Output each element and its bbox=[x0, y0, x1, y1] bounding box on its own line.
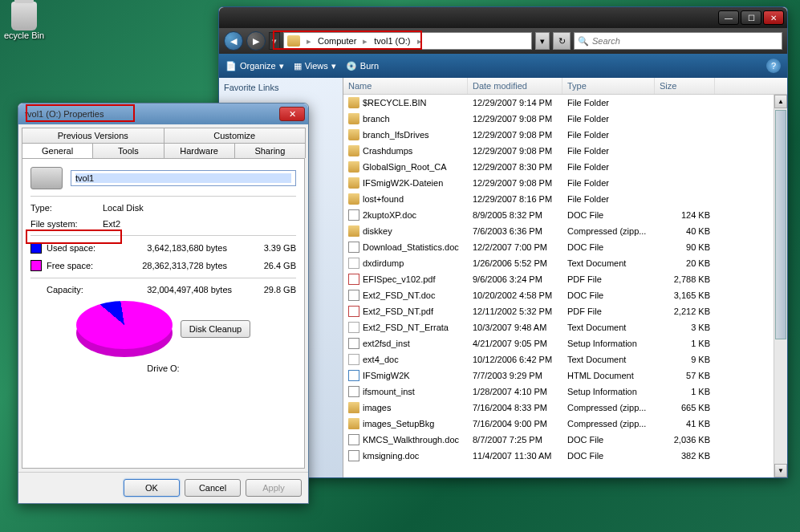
txt-icon bbox=[348, 322, 359, 333]
help-button[interactable]: ? bbox=[766, 59, 781, 73]
tab-sharing[interactable]: Sharing bbox=[234, 143, 306, 158]
html-icon bbox=[348, 370, 359, 381]
file-row[interactable]: diskkey7/6/2003 6:36 PMCompressed (zipp.… bbox=[343, 223, 774, 239]
file-row[interactable]: branch12/29/2007 9:08 PMFile Folder bbox=[343, 111, 774, 127]
file-row[interactable]: ifsmount_inst1/28/2007 4:10 PMSetup Info… bbox=[343, 384, 774, 400]
type-label: Type: bbox=[30, 203, 103, 213]
file-row[interactable]: images7/16/2004 8:33 PMCompressed (zipp.… bbox=[343, 400, 774, 416]
views-button[interactable]: ▦ Views ▾ bbox=[294, 61, 336, 71]
tab-customize[interactable]: Customize bbox=[164, 128, 307, 143]
file-row[interactable]: Ext2_FSD_NT_Errata10/3/2007 9:48 AMText … bbox=[343, 319, 774, 335]
col-type[interactable]: Type bbox=[562, 78, 655, 94]
file-size: 3 KB bbox=[655, 322, 715, 333]
file-row[interactable]: branch_IfsDrives12/29/2007 9:08 PMFile F… bbox=[343, 127, 774, 143]
file-size: 90 KB bbox=[655, 242, 715, 253]
file-row[interactable]: lost+found12/29/2007 8:16 PMFile Folder bbox=[343, 191, 774, 207]
file-size: 2,036 KB bbox=[655, 434, 715, 445]
file-type: File Folder bbox=[562, 193, 655, 205]
search-input[interactable] bbox=[592, 36, 778, 46]
vertical-scrollbar[interactable]: ▲ ▼ bbox=[774, 95, 787, 477]
recycle-bin-desktop-icon[interactable]: ecycle Bin bbox=[0, 2, 48, 40]
file-row[interactable]: KMCS_Walkthrough.doc8/7/2007 7:25 PMDOC … bbox=[343, 432, 774, 448]
recycle-bin-label: ecycle Bin bbox=[4, 30, 44, 40]
column-headers: Name Date modified Type Size bbox=[343, 78, 787, 95]
drive-caption: Drive O: bbox=[30, 363, 296, 373]
file-name: diskkey bbox=[363, 226, 392, 236]
file-row[interactable]: 2kuptoXP.doc8/9/2005 8:32 PMDOC File124 … bbox=[343, 207, 774, 223]
doc-icon bbox=[348, 290, 359, 301]
file-list[interactable]: $RECYCLE.BIN12/29/2007 9:14 PMFile Folde… bbox=[343, 95, 774, 477]
file-row[interactable]: images_SetupBkg7/16/2004 9:00 PMCompress… bbox=[343, 416, 774, 432]
file-size: 2,212 KB bbox=[655, 306, 715, 317]
crumb-computer[interactable]: Computer bbox=[318, 36, 356, 46]
scroll-down-button[interactable]: ▼ bbox=[774, 464, 787, 477]
file-row[interactable]: Download_Statistics.doc12/2/2007 7:00 PM… bbox=[343, 239, 774, 255]
file-row[interactable]: $RECYCLE.BIN12/29/2007 9:14 PMFile Folde… bbox=[343, 95, 774, 111]
file-row[interactable]: Ext2_FSD_NT.doc10/20/2002 4:58 PMDOC Fil… bbox=[343, 287, 774, 303]
disk-cleanup-button[interactable]: Disk Cleanup bbox=[181, 320, 250, 338]
back-button[interactable]: ◀ bbox=[224, 31, 243, 51]
file-row[interactable]: ext4_doc10/12/2006 6:42 PMText Document9… bbox=[343, 351, 774, 368]
tab-tools[interactable]: Tools bbox=[92, 143, 164, 158]
refresh-button[interactable]: ↻ bbox=[553, 32, 571, 50]
drive-name-field[interactable] bbox=[71, 170, 296, 186]
properties-close-button[interactable]: ✕ bbox=[279, 107, 305, 121]
file-name: $RECYCLE.BIN bbox=[363, 98, 426, 108]
chevron-down-icon: ▾ bbox=[279, 61, 284, 71]
file-row[interactable]: GlobalSign_Root_CA12/29/2007 8:30 PMFile… bbox=[343, 159, 774, 175]
tab-previous-versions[interactable]: Previous Versions bbox=[22, 128, 164, 143]
file-size: 665 KB bbox=[655, 402, 715, 413]
file-name: Download_Statistics.doc bbox=[363, 242, 459, 252]
general-tab-body: Type: Local Disk File system: Ext2 Used … bbox=[22, 158, 305, 469]
file-type: Text Document bbox=[562, 354, 655, 365]
col-date[interactable]: Date modified bbox=[468, 78, 562, 94]
file-size: 9 KB bbox=[655, 354, 715, 365]
col-size[interactable]: Size bbox=[655, 78, 715, 94]
ok-button[interactable]: OK bbox=[124, 479, 180, 497]
apply-button[interactable]: Apply bbox=[246, 479, 302, 497]
search-box[interactable]: 🔍 bbox=[574, 32, 782, 50]
organize-button[interactable]: 📄 Organize ▾ bbox=[225, 61, 284, 71]
col-name[interactable]: Name bbox=[343, 78, 468, 94]
file-row[interactable]: kmsigning.doc11/4/2007 11:30 AMDOC File3… bbox=[343, 448, 774, 464]
filesystem-label: File system: bbox=[30, 219, 103, 229]
maximize-button[interactable]: ☐ bbox=[741, 10, 761, 25]
forward-button[interactable]: ▶ bbox=[246, 31, 266, 51]
file-type: Compressed (zipp... bbox=[562, 225, 655, 237]
close-button[interactable]: ✕ bbox=[763, 10, 784, 25]
file-size bbox=[655, 198, 715, 200]
address-dropdown[interactable]: ▾ bbox=[535, 32, 550, 50]
file-row[interactable]: Crashdumps12/29/2007 9:08 PMFile Folder bbox=[343, 143, 774, 159]
file-row[interactable]: dxdirdump1/26/2006 5:52 PMText Document2… bbox=[343, 255, 774, 271]
command-bar: 📄 Organize ▾ ▦ Views ▾ 💿 Burn ? bbox=[219, 54, 787, 78]
file-name: branch_IfsDrives bbox=[363, 130, 429, 140]
drive-name-input[interactable] bbox=[75, 173, 291, 183]
address-bar[interactable]: ▸ Computer ▸ tvol1 (O:) ▸ bbox=[283, 32, 532, 50]
tab-hardware[interactable]: Hardware bbox=[164, 143, 235, 158]
file-row[interactable]: Ext2_FSD_NT.pdf12/11/2002 5:32 PMPDF Fil… bbox=[343, 303, 774, 319]
recent-dropdown[interactable]: ▾ bbox=[269, 32, 280, 50]
doc-icon bbox=[348, 434, 359, 445]
folder-icon bbox=[348, 113, 359, 124]
file-type: Compressed (zipp... bbox=[562, 402, 655, 413]
minimize-button[interactable]: — bbox=[718, 10, 739, 25]
tab-general[interactable]: General bbox=[22, 143, 93, 158]
file-name: ext2fsd_inst bbox=[363, 339, 410, 348]
cancel-button[interactable]: Cancel bbox=[185, 479, 241, 497]
crumb-sep-icon: ▸ bbox=[303, 36, 315, 47]
file-date: 10/20/2002 4:58 PM bbox=[468, 290, 562, 301]
file-row[interactable]: ext2fsd_inst4/21/2007 9:05 PMSetup Infor… bbox=[343, 335, 774, 351]
file-size: 41 KB bbox=[655, 418, 715, 429]
scroll-up-button[interactable]: ▲ bbox=[774, 95, 787, 108]
burn-button[interactable]: 💿 Burn bbox=[346, 61, 379, 71]
scroll-thumb[interactable] bbox=[775, 110, 786, 339]
file-name: branch bbox=[363, 114, 390, 124]
file-name: Crashdumps bbox=[363, 146, 412, 156]
crumb-tvol1[interactable]: tvol1 (O:) bbox=[374, 36, 410, 46]
file-date: 12/29/2007 9:08 PM bbox=[468, 145, 562, 156]
file-row[interactable]: EFISpec_v102.pdf9/6/2006 3:24 PMPDF File… bbox=[343, 271, 774, 287]
file-name: lost+found bbox=[363, 194, 404, 204]
file-name: images_SetupBkg bbox=[363, 419, 434, 428]
file-row[interactable]: IFSmigW2K-Dateien12/29/2007 9:08 PMFile … bbox=[343, 175, 774, 191]
file-row[interactable]: IFSmigW2K7/7/2003 9:29 PMHTML Document57… bbox=[343, 368, 774, 384]
